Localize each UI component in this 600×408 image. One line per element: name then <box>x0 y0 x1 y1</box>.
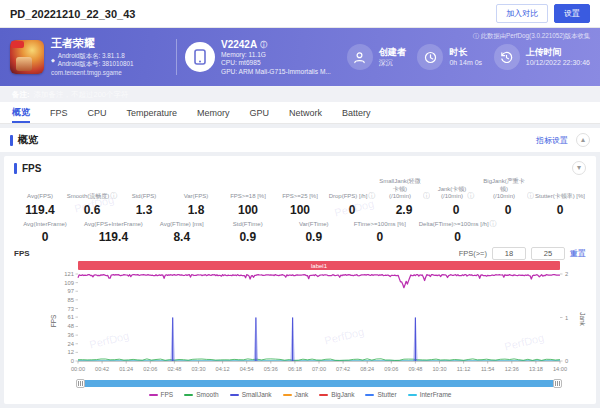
game-app-icon <box>10 40 44 74</box>
stat-value: 0 <box>482 203 534 217</box>
stat-label: Avg(InterFrame) <box>18 220 72 228</box>
legend-item-jank[interactable]: Jank <box>283 391 309 398</box>
section-accent-bar <box>10 135 13 146</box>
stat-cell: Stutter(卡顿率) [%]0 <box>534 178 586 217</box>
fps-card: PerfDog PerfDog PerfDog PerfDog PerfDog … <box>4 156 596 404</box>
stat-label: Drop(FPS) [/h]ⓘ <box>326 187 378 201</box>
app-version-lines: Android版本名: 3.81.1.8 Android版本号: 3810108… <box>58 52 134 68</box>
stat-value: 100 <box>222 203 274 217</box>
tab-gpu[interactable]: GPU <box>250 102 270 123</box>
info-icon[interactable]: ⓘ <box>368 192 375 201</box>
y-right-tick: 1 <box>565 315 568 321</box>
y-left-tick: 73 <box>68 306 74 312</box>
stat-value: 8.4 <box>155 230 209 244</box>
stat-cell: Avg(FPS+InterFrame)119.4 <box>80 220 147 245</box>
info-icon[interactable]: ⓘ <box>467 192 474 201</box>
legend-label: Jank <box>295 391 309 398</box>
duration-label: 时长 <box>449 47 482 59</box>
app-version-code: Android版本号: 381010801 <box>58 60 134 68</box>
y-left-tick: 109 <box>64 280 74 286</box>
tab-fps[interactable]: FPS <box>50 102 68 123</box>
stat-value: 0.9 <box>287 230 341 244</box>
stat-cell: BigJank(严重卡顿) (/10min)ⓘ0 <box>482 178 534 217</box>
x-tick: 00:00 <box>71 366 85 372</box>
person-icon <box>347 44 373 70</box>
x-tick: 02:06 <box>143 366 157 372</box>
fps-chart-svg: label112110997857361483624120FPS210Jank0… <box>14 261 594 375</box>
report-title: PD_20221210_22_30_43 <box>10 8 135 20</box>
section-accent-bar <box>14 163 17 174</box>
y-left-tick: 12 <box>68 350 74 356</box>
x-tick: 09:06 <box>384 366 398 372</box>
chart-range-scrollbar[interactable] <box>78 380 560 387</box>
info-icon[interactable]: ⓘ <box>490 220 497 229</box>
stat-label: BigJank(严重卡顿) (/10min)ⓘ <box>482 178 534 201</box>
info-icon[interactable]: ⓘ <box>110 192 117 201</box>
fps-threshold-high-input[interactable] <box>531 247 565 260</box>
legend-item-stutter[interactable]: Stutter <box>365 391 396 398</box>
stat-label: FPS>=18 [%] <box>222 187 274 201</box>
legend-marker <box>283 394 292 396</box>
x-tick: 12:36 <box>505 366 519 372</box>
upload-time-block: 上传时间 10/12/2022 22:30:46 <box>494 44 590 70</box>
metric-settings-link[interactable]: 指标设置 <box>536 135 568 146</box>
stat-cell: FPS>=25 [%]100 <box>274 178 326 217</box>
y-left-tick: 85 <box>68 297 74 303</box>
legend-item-smalljank[interactable]: SmallJank <box>230 391 272 398</box>
device-info-icon[interactable]: ⓘ <box>260 40 267 49</box>
remark-strip[interactable]: 备注: 添加备注，不超过200个字符 <box>0 86 600 102</box>
tab-cpu[interactable]: CPU <box>88 102 107 123</box>
device-memory: Memory: 11.1G <box>221 51 331 60</box>
series-fps <box>78 275 560 288</box>
stat-label: SmallJank(轻微卡顿) (/10min)ⓘ <box>378 178 430 201</box>
stat-cell: FPS>=18 [%]100 <box>222 178 274 217</box>
tab-temperature[interactable]: Temperature <box>127 102 178 123</box>
x-tick: 08:24 <box>360 366 374 372</box>
stat-cell: Smooth(流畅度)ⓘ0.6 <box>66 178 118 217</box>
overview-title: 概览 <box>18 133 38 147</box>
info-icon: ⓘ <box>473 32 479 39</box>
app-text: 王者荣耀 ◆ Android版本名: 3.81.1.8 Android版本号: … <box>51 37 133 77</box>
overview-collapse-button[interactable]: ▴ <box>576 133 590 147</box>
duration-value: 0h 14m 0s <box>449 58 482 67</box>
device-gpu: GPU: ARM Mali-G715-Immortalis M... <box>221 68 331 77</box>
history-clock-icon <box>494 44 520 70</box>
stat-value: 0 <box>326 203 378 217</box>
tab-memory[interactable]: Memory <box>197 102 230 123</box>
legend-item-fps[interactable]: FPS <box>149 391 174 398</box>
fps-collapse-button[interactable]: ▾ <box>572 161 586 175</box>
x-tick: 14:00 <box>553 366 567 372</box>
info-icon[interactable]: ⓘ <box>423 192 430 201</box>
settings-button[interactable]: 设置 <box>554 4 590 23</box>
stat-value: 0 <box>534 203 586 217</box>
stat-cell: Var(FPS)1.8 <box>170 178 222 217</box>
stat-label: Smooth(流畅度)ⓘ <box>66 187 118 201</box>
fps-chart: label112110997857361483624120FPS210Jank0… <box>14 261 586 401</box>
stat-cell: Drop(FPS) [/h]ⓘ0 <box>326 178 378 217</box>
stat-label: Stutter(卡顿率) [%] <box>534 187 586 201</box>
x-tick: 04:54 <box>240 366 254 372</box>
legend-item-bigjank[interactable]: BigJank <box>319 391 354 398</box>
legend-label: Stutter <box>377 391 396 398</box>
stat-value: 0 <box>419 230 497 244</box>
scrollbar-right-handle[interactable] <box>553 379 562 388</box>
stat-cell: Delta(FTime)>=100ms [/h]ⓘ0 <box>415 220 501 245</box>
info-icon[interactable]: ⓘ <box>527 192 534 201</box>
game-icon-art <box>16 57 32 71</box>
stat-cell: SmallJank(轻微卡顿) (/10min)ⓘ2.9 <box>378 178 430 217</box>
stat-cell: Std(FPS)1.3 <box>118 178 170 217</box>
stat-value: 0.9 <box>221 230 275 244</box>
y-left-tick: 97 <box>68 289 74 295</box>
session-banner: ⓘ 此数据由PerfDog(3.0.221052)版本收集 王者荣耀 ◆ And… <box>0 28 600 86</box>
legend-item-smooth[interactable]: Smooth <box>184 391 218 398</box>
tab-battery[interactable]: Battery <box>342 102 371 123</box>
tab-network[interactable]: Network <box>289 102 322 123</box>
legend-label: Smooth <box>196 391 218 398</box>
scrollbar-left-handle[interactable] <box>76 379 85 388</box>
tab-overview[interactable]: 概览 <box>12 102 30 123</box>
fps-threshold-low-input[interactable] <box>492 247 526 260</box>
join-compare-button[interactable]: 加入对比 <box>496 4 548 23</box>
reset-link[interactable]: 重置 <box>570 248 586 259</box>
legend-item-interframe[interactable]: InterFrame <box>408 391 452 398</box>
stat-cell: Var(FTime)0.9 <box>283 220 345 245</box>
